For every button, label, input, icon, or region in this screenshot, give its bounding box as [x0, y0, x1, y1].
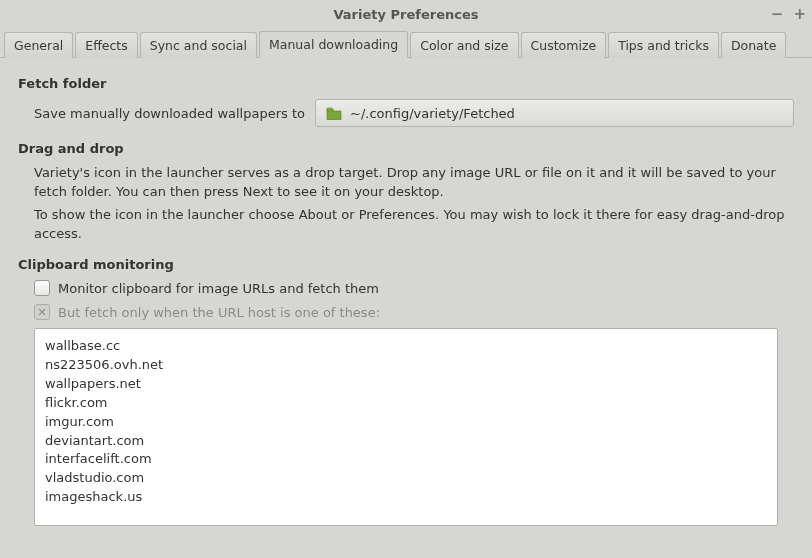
monitor-clipboard-checkbox[interactable] [34, 280, 50, 296]
hosts-textarea[interactable] [34, 328, 778, 526]
filter-hosts-label: But fetch only when the URL host is one … [58, 305, 380, 320]
maximize-icon[interactable]: + [793, 5, 806, 23]
tab-effects[interactable]: Effects [75, 32, 138, 58]
folder-icon [326, 106, 342, 120]
window-title: Variety Preferences [334, 7, 479, 22]
save-folder-label: Save manually downloaded wallpapers to [34, 106, 305, 121]
tab-sync-and-social[interactable]: Sync and social [140, 32, 257, 58]
filter-hosts-checkbox: ✕ [34, 304, 50, 320]
tab-bar: General Effects Sync and social Manual d… [0, 28, 812, 58]
tab-manual-downloading[interactable]: Manual downloading [259, 31, 408, 58]
section-clipboard-monitoring: Clipboard monitoring [18, 257, 794, 272]
tab-color-and-size[interactable]: Color and size [410, 32, 518, 58]
tab-donate[interactable]: Donate [721, 32, 786, 58]
tab-content: Fetch folder Save manually downloaded wa… [0, 58, 812, 547]
monitor-clipboard-label: Monitor clipboard for image URLs and fet… [58, 281, 379, 296]
minimize-icon[interactable]: − [771, 5, 784, 23]
section-drag-and-drop: Drag and drop [18, 141, 794, 156]
section-fetch-folder: Fetch folder [18, 76, 794, 91]
titlebar: Variety Preferences − + [0, 0, 812, 28]
tab-tips-and-tricks[interactable]: Tips and tricks [608, 32, 719, 58]
drag-drop-text-2: To show the icon in the launcher choose … [34, 206, 794, 244]
fetch-folder-path: ~/.config/variety/Fetched [350, 106, 515, 121]
tab-customize[interactable]: Customize [521, 32, 607, 58]
fetch-folder-chooser[interactable]: ~/.config/variety/Fetched [315, 99, 794, 127]
drag-drop-text-1: Variety's icon in the launcher serves as… [34, 164, 794, 202]
tab-general[interactable]: General [4, 32, 73, 58]
